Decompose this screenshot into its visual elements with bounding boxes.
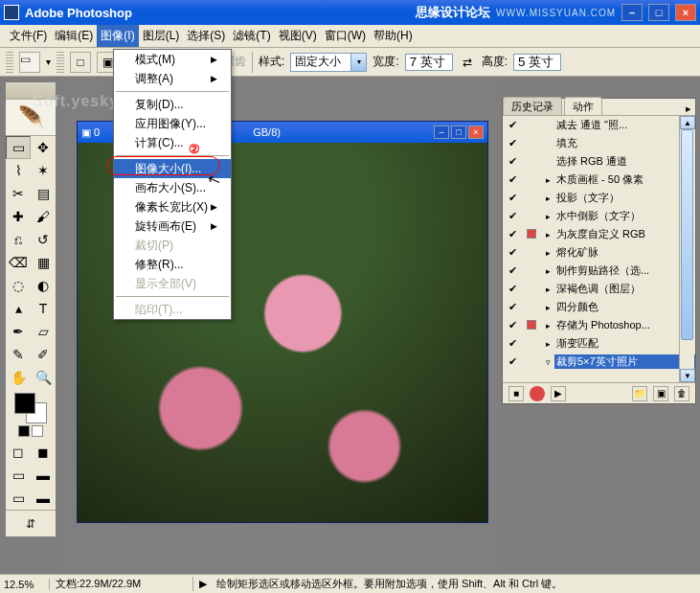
toggle-check[interactable]: ✔ xyxy=(503,301,522,313)
action-row[interactable]: ✔▸熔化矿脉 xyxy=(503,243,695,262)
menuitem[interactable]: 复制(D)... xyxy=(114,95,231,114)
scroll-thumb[interactable] xyxy=(681,129,693,340)
tool-pen[interactable]: ✒ xyxy=(6,320,31,343)
optionsbar-grip[interactable] xyxy=(6,52,13,73)
toggle-check[interactable]: ✔ xyxy=(503,119,522,131)
expand-icon[interactable]: ▸ xyxy=(541,248,554,258)
width-input[interactable] xyxy=(405,54,453,71)
expand-icon[interactable]: ▸ xyxy=(541,230,554,239)
action-row[interactable]: ✔▸制作剪贴路径（选... xyxy=(503,262,695,280)
selection-new-icon[interactable]: □ xyxy=(70,52,91,73)
dialog-toggle[interactable] xyxy=(522,229,541,240)
tool-clone[interactable]: ⎌ xyxy=(6,228,31,251)
tool-eraser[interactable]: ⌫ xyxy=(6,251,31,274)
record-icon[interactable] xyxy=(530,386,545,401)
tool-slice[interactable]: ▤ xyxy=(31,182,56,205)
expand-icon[interactable]: ▸ xyxy=(541,303,554,312)
toggle-check[interactable]: ✔ xyxy=(503,319,522,331)
active-tool-icon[interactable]: ▭ xyxy=(19,52,40,73)
new-set-icon[interactable]: 📁 xyxy=(632,386,647,401)
close-button[interactable]: × xyxy=(675,4,696,21)
swap-dim-icon[interactable]: ⇄ xyxy=(459,54,476,71)
tool-move[interactable]: ✥ xyxy=(31,136,56,159)
tool-custom-shape[interactable]: ▱ xyxy=(31,320,56,343)
toggle-check[interactable]: ✔ xyxy=(503,283,522,295)
menu-view[interactable]: 视图(V) xyxy=(275,25,321,47)
menu-select[interactable]: 选择(S) xyxy=(183,25,229,47)
tool-preset-arrow[interactable]: ▾ xyxy=(46,57,51,67)
expand-icon[interactable]: ▸ xyxy=(541,339,554,349)
menuitem[interactable]: 修整(R)... xyxy=(114,255,231,274)
tool-lasso[interactable]: ⌇ xyxy=(6,159,31,182)
action-row[interactable]: ✔▸存储为 Photoshop... xyxy=(503,316,695,334)
quickmask-mode-icon[interactable]: ◼ xyxy=(31,441,56,464)
docsize-field[interactable]: 文档:22.9M/22.9M xyxy=(50,577,193,591)
menu-window[interactable]: 窗口(W) xyxy=(321,25,370,47)
toggle-check[interactable]: ✔ xyxy=(503,137,522,149)
doc-close[interactable]: × xyxy=(468,125,484,139)
expand-icon[interactable]: ▸ xyxy=(541,285,554,294)
menuitem[interactable]: 像素长宽比(X)▶ xyxy=(114,197,231,217)
zoom-field[interactable]: 12.5% xyxy=(0,579,50,590)
toggle-check[interactable]: ✔ xyxy=(503,173,522,186)
screen-mode4-icon[interactable]: ▬ xyxy=(31,487,56,510)
dialog-toggle[interactable] xyxy=(522,320,541,331)
menuitem[interactable]: 旋转画布(E)▶ xyxy=(114,217,231,236)
toggle-check[interactable]: ✔ xyxy=(503,210,522,222)
maximize-button[interactable]: □ xyxy=(648,4,669,21)
menuitem[interactable]: 计算(C)... xyxy=(114,133,231,152)
menu-filter[interactable]: 滤镜(T) xyxy=(229,25,274,47)
fg-color[interactable] xyxy=(14,393,35,414)
expand-icon[interactable]: ▸ xyxy=(541,321,554,331)
screen-full-icon[interactable]: ▭ xyxy=(6,487,31,510)
height-input[interactable] xyxy=(513,54,561,71)
action-row[interactable]: ✔▸投影（文字） xyxy=(503,189,695,207)
tool-brush[interactable]: 🖌 xyxy=(31,205,56,228)
scroll-down-icon[interactable]: ▼ xyxy=(680,369,695,382)
scroll-up-icon[interactable]: ▲ xyxy=(680,116,695,129)
toggle-check[interactable]: ✔ xyxy=(503,192,522,204)
tool-notes[interactable]: ✎ xyxy=(6,343,31,366)
menu-file[interactable]: 文件(F) xyxy=(6,25,51,47)
menu-edit[interactable]: 编辑(E) xyxy=(51,25,97,47)
tool-magic-wand[interactable]: ✶ xyxy=(31,159,56,182)
action-row[interactable]: ✔▸渐变匹配 xyxy=(503,334,695,353)
action-row[interactable]: ✔▸为灰度自定义 RGB xyxy=(503,225,695,243)
tool-gradient[interactable]: ▦ xyxy=(31,251,56,274)
tool-crop[interactable]: ✂ xyxy=(6,182,31,205)
expand-icon[interactable]: ▸ xyxy=(541,194,554,203)
default-colors-icon[interactable] xyxy=(18,425,30,437)
expand-icon[interactable]: ▸ xyxy=(541,212,554,221)
menu-help[interactable]: 帮助(H) xyxy=(370,25,417,47)
docsize-menu-icon[interactable]: ▶ xyxy=(193,578,213,590)
fg-bg-swatch[interactable] xyxy=(14,393,47,423)
action-row[interactable]: ✔▸四分颜色 xyxy=(503,298,695,316)
tool-hand[interactable]: ✋ xyxy=(6,366,31,389)
doc-maximize[interactable]: □ xyxy=(451,125,466,139)
menu-image[interactable]: 图像(I) xyxy=(97,25,138,47)
swap-colors-icon[interactable] xyxy=(32,425,43,437)
doc-minimize[interactable]: – xyxy=(434,125,449,139)
action-row[interactable]: ✔▸水中倒影（文字） xyxy=(503,207,695,225)
toggle-check[interactable]: ✔ xyxy=(503,355,522,368)
new-action-icon[interactable]: ▣ xyxy=(653,386,668,401)
panel-scrollbar[interactable]: ▲ ▼ xyxy=(679,116,694,382)
action-row[interactable]: ✔填充 xyxy=(503,134,695,152)
tool-blur[interactable]: ◌ xyxy=(6,274,31,297)
menuitem[interactable]: 应用图像(Y)... xyxy=(114,114,231,133)
action-row[interactable]: ✔▸深褐色调（图层） xyxy=(503,280,695,298)
expand-icon[interactable]: ▿ xyxy=(541,357,554,367)
standard-mode-icon[interactable]: ◻ xyxy=(6,441,31,464)
tool-zoom[interactable]: 🔍 xyxy=(31,366,56,389)
toggle-check[interactable]: ✔ xyxy=(503,337,522,350)
toggle-check[interactable]: ✔ xyxy=(503,228,522,240)
jump-to-imageready[interactable]: ⇵ xyxy=(6,510,56,536)
action-row[interactable]: ✔▸木质画框 - 50 像素 xyxy=(503,171,695,189)
action-row[interactable]: ✔选择 RGB 通道 xyxy=(503,152,695,171)
tool-healing[interactable]: ✚ xyxy=(6,205,31,228)
play-icon[interactable]: ▶ xyxy=(551,386,566,401)
menu-layer[interactable]: 图层(L) xyxy=(139,25,184,47)
expand-icon[interactable]: ▸ xyxy=(541,175,554,185)
menuitem[interactable]: 模式(M)▶ xyxy=(114,50,231,69)
tab-history[interactable]: 历史记录 xyxy=(503,97,562,115)
